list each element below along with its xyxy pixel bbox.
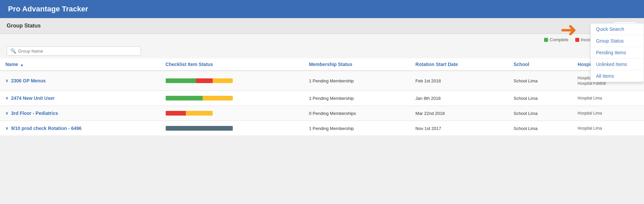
table-body: ∨ 2306 GP Menus 1 Pending MembershipFeb …	[0, 71, 644, 136]
rotation-date-text: Nov 1st 2017	[416, 126, 441, 131]
table-header: Name ▲ Checklist Item Status Membership …	[0, 58, 644, 71]
progress-segment	[186, 111, 213, 116]
dropdown-item-unlinked-items[interactable]: Unlinked Items	[591, 59, 644, 70]
search-row: 🔍	[0, 44, 644, 58]
hospital-tags: Hospital Lima	[578, 96, 639, 100]
rotation-date-text: Mar 22nd 2018	[416, 111, 445, 116]
cell-name: ∨ 2474 New Unit User	[0, 91, 160, 106]
cell-school: School Lima	[508, 91, 572, 106]
col-rotation: Rotation Start Date	[410, 58, 508, 71]
hospital-tag-text: Hospital Lima	[578, 96, 639, 100]
row-name-text: 3rd Floor - Pediatrics	[11, 111, 58, 116]
row-name-text: 2474 New Unit User	[11, 95, 55, 101]
dropdown-item-group-status[interactable]: Group Status	[591, 35, 644, 47]
progress-segment	[213, 78, 233, 83]
row-name-content[interactable]: ∨ 2306 GP Menus	[5, 78, 155, 83]
progress-bar	[166, 126, 233, 131]
search-box: 🔍	[7, 46, 141, 56]
progress-segment	[166, 111, 186, 116]
arrow-indicator: ➜	[560, 20, 577, 40]
dropdown-item-pending-items[interactable]: Pending Items	[591, 47, 644, 59]
row-name-content[interactable]: ∨ 2474 New Unit User	[5, 95, 155, 101]
col-name: Name ▲	[0, 58, 160, 71]
legend-row: Complete Incomplete Pending ➜ Quick Sear…	[0, 34, 644, 44]
hospital-tags: Hospital Lima	[578, 126, 639, 131]
search-icon: 🔍	[10, 48, 16, 54]
cell-hospital: Hospital Lima	[572, 106, 644, 121]
progress-segment	[196, 78, 213, 83]
col-school: School	[508, 58, 572, 71]
cell-name: ∨ 3rd Floor - Pediatrics	[0, 106, 160, 121]
hospital-tags: Hospital Lima	[578, 111, 639, 116]
app-title: Pro Advantage Tracker	[8, 5, 88, 13]
col-school-label: School	[514, 62, 529, 67]
membership-status-text: 1 Pending Membership	[309, 78, 354, 83]
group-status-title: Group Status	[7, 23, 41, 29]
cell-school: School Lima	[508, 71, 572, 91]
group-status-bar: Group Status View ▼	[0, 18, 644, 34]
membership-status-text: 1 Pending Membership	[309, 96, 354, 101]
school-name-text: School Lima	[514, 96, 538, 101]
dropdown-menu: Quick Search Group Status Pending Items …	[590, 23, 644, 82]
hospital-tag-text: Hospital Lima	[578, 111, 639, 116]
data-table: Name ▲ Checklist Item Status Membership …	[0, 58, 644, 136]
app-header: Pro Advantage Tracker	[0, 0, 644, 18]
row-name-text: 9/10 prod check Rotation - 6496	[11, 126, 82, 131]
progress-segment	[166, 126, 233, 131]
row-name-content[interactable]: ∨ 3rd Floor - Pediatrics	[5, 111, 155, 116]
col-rotation-label: Rotation Start Date	[416, 62, 458, 67]
row-name-text: 2306 GP Menus	[11, 78, 46, 83]
cell-name: ∨ 2306 GP Menus	[0, 71, 160, 91]
progress-bar	[166, 96, 233, 100]
col-membership-label: Membership Status	[309, 62, 352, 67]
complete-dot	[544, 38, 548, 42]
expand-icon[interactable]: ∨	[5, 111, 8, 116]
cell-membership: 1 Pending Membership	[304, 91, 410, 106]
cell-rotation: Jan 8th 2018	[410, 91, 508, 106]
sort-arrow-icon: ▲	[20, 63, 24, 67]
school-name-text: School Lima	[514, 78, 538, 83]
school-name-text: School Lima	[514, 111, 538, 116]
cell-rotation: Nov 1st 2017	[410, 121, 508, 136]
cell-rotation: Mar 22nd 2018	[410, 106, 508, 121]
col-checklist: Checklist Item Status	[160, 58, 304, 71]
school-name-text: School Lima	[514, 126, 538, 131]
cell-membership: 0 Pending Memberships	[304, 106, 410, 121]
expand-icon[interactable]: ∨	[5, 126, 8, 131]
dropdown-item-all-items[interactable]: All Items	[591, 70, 644, 82]
cell-membership: 1 Pending Membership	[304, 71, 410, 91]
cell-name: ∨ 9/10 prod check Rotation - 6496	[0, 121, 160, 136]
expand-icon[interactable]: ∨	[5, 96, 8, 100]
table-row: ∨ 3rd Floor - Pediatrics 0 Pending Membe…	[0, 106, 644, 121]
col-checklist-label: Checklist Item Status	[166, 62, 213, 67]
dropdown-item-quick-search[interactable]: Quick Search	[591, 23, 644, 35]
progress-segment	[203, 96, 233, 100]
cell-rotation: Feb 1st 2018	[410, 71, 508, 91]
table-row: ∨ 9/10 prod check Rotation - 6496 1 Pend…	[0, 121, 644, 136]
rotation-date-text: Feb 1st 2018	[416, 78, 441, 83]
cell-checklist	[160, 121, 304, 136]
main-content: Group Status View ▼ Complete Incomplete …	[0, 18, 644, 136]
membership-status-text: 0 Pending Memberships	[309, 111, 356, 116]
membership-status-text: 1 Pending Membership	[309, 126, 354, 131]
cell-hospital: Hospital Lima	[572, 121, 644, 136]
cell-school: School Lima	[508, 121, 572, 136]
progress-segment	[166, 78, 196, 83]
cell-checklist	[160, 106, 304, 121]
progress-segment	[166, 96, 203, 100]
col-name-label: Name	[5, 62, 19, 67]
expand-icon[interactable]: ∨	[5, 78, 8, 83]
cell-membership: 1 Pending Membership	[304, 121, 410, 136]
row-name-content[interactable]: ∨ 9/10 prod check Rotation - 6496	[5, 126, 155, 131]
progress-bar	[166, 111, 233, 116]
table-row: ∨ 2474 New Unit User 1 Pending Membershi…	[0, 91, 644, 106]
cell-school: School Lima	[508, 106, 572, 121]
progress-bar	[166, 78, 233, 83]
cell-checklist	[160, 91, 304, 106]
table-row: ∨ 2306 GP Menus 1 Pending MembershipFeb …	[0, 71, 644, 91]
cell-checklist	[160, 71, 304, 91]
rotation-date-text: Jan 8th 2018	[416, 96, 441, 101]
cell-hospital: Hospital Lima	[572, 91, 644, 106]
hospital-tag-text: Hospital Lima	[578, 126, 639, 131]
search-input[interactable]	[18, 49, 137, 54]
